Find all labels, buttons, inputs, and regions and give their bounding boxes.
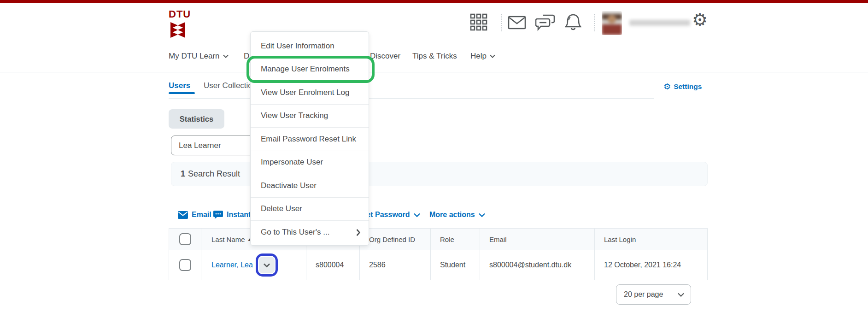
user-avatar[interactable] xyxy=(602,11,622,35)
header-role-label: Role xyxy=(440,236,454,243)
menu-item-delete-user[interactable]: Delete User xyxy=(251,198,369,221)
settings-link[interactable]: ⚙ Settings xyxy=(663,83,702,91)
user-name-link[interactable]: Learner, Lea xyxy=(211,261,253,269)
nav-item-truncated[interactable]: D xyxy=(244,52,249,61)
chat-icon[interactable] xyxy=(535,14,556,31)
menu-item-impersonate-user[interactable]: Impersonate User xyxy=(251,151,369,175)
more-actions-label: More actions xyxy=(429,211,475,219)
dtu-logo-text: DTU xyxy=(169,8,190,20)
table-row: Learner, Lea s800004 2586 Student s80000… xyxy=(169,250,707,280)
nav-label: Tips & Tricks xyxy=(412,52,457,61)
gear-icon[interactable]: ⚙ xyxy=(692,11,708,29)
header-last-login-label: Last Login xyxy=(604,236,636,243)
email-icon xyxy=(178,211,188,219)
row-last-login-cell: 12 October, 2021 16:24 xyxy=(594,250,708,280)
nav-item-help[interactable]: Help xyxy=(470,52,495,61)
select-all-checkbox[interactable] xyxy=(179,233,191,245)
per-page-select[interactable]: 20 per page xyxy=(616,284,691,305)
email-icon[interactable] xyxy=(508,16,526,29)
header-org-defined-id-label: Org Defined ID xyxy=(369,236,415,243)
nav-item-discover[interactable]: Discover xyxy=(370,52,400,61)
row-org-defined-id-cell: 2586 xyxy=(359,250,430,280)
statistics-button[interactable]: Statistics xyxy=(169,109,224,129)
header-email: Email xyxy=(480,229,594,250)
brand-top-bar xyxy=(0,0,868,3)
chevron-down-icon xyxy=(414,213,420,217)
chevron-down-icon xyxy=(678,293,684,297)
users-table: Last Name ▲ , Org Defined ID Role Email … xyxy=(169,228,708,280)
annotation-blue-ring xyxy=(256,253,278,277)
notification-bell-icon[interactable] xyxy=(565,13,581,32)
instant-message-icon xyxy=(213,211,223,219)
nav-label: Help xyxy=(470,52,487,61)
menu-item-view-user-tracking[interactable]: View User Tracking xyxy=(251,105,369,128)
chevron-down-icon xyxy=(223,54,229,58)
row-email-cell: s800004@student.dtu.dk xyxy=(480,250,594,280)
user-context-menu-button[interactable] xyxy=(259,257,275,273)
header-checkbox-cell xyxy=(169,229,201,250)
main-navbar: My DTU Learn D Discover Tips & Tricks He… xyxy=(0,41,868,72)
nav-label: My DTU Learn xyxy=(169,52,220,61)
row-username-cell: s800004 xyxy=(306,250,359,280)
tabs-divider xyxy=(169,98,654,99)
email-action-label: Email xyxy=(192,211,211,219)
chevron-down-icon xyxy=(490,54,495,58)
per-page-label: 20 per page xyxy=(624,290,663,299)
nav-label: D xyxy=(244,52,249,61)
user-avatar-photo xyxy=(602,11,622,35)
menu-item-email-password-reset-link[interactable]: Email Password Reset Link xyxy=(251,128,369,151)
settings-label: Settings xyxy=(674,83,702,91)
menu-item-go-to-this-users[interactable]: Go to This User's ... xyxy=(251,221,369,244)
search-result-label: Search Result xyxy=(188,169,240,179)
app-grid-icon[interactable] xyxy=(470,13,487,31)
header-last-login: Last Login xyxy=(594,229,708,250)
header-divider xyxy=(594,14,595,31)
header-last-name-label: Last Name xyxy=(211,236,245,243)
more-actions-link[interactable]: More actions xyxy=(429,211,485,219)
header-role: Role xyxy=(430,229,480,250)
nav-item-my-dtu-learn[interactable]: My DTU Learn xyxy=(169,52,229,61)
chevron-down-icon xyxy=(264,263,270,267)
menu-item-edit-user-information[interactable]: Edit User Information xyxy=(251,35,369,58)
chevron-down-icon xyxy=(479,213,485,217)
row-checkbox-cell xyxy=(169,250,201,280)
dtu-learn-users-page: DTU xyxy=(0,0,868,336)
chevron-right-icon xyxy=(356,229,360,236)
header-divider xyxy=(501,14,502,31)
active-tab-underline xyxy=(169,92,195,94)
header-email-label: Email xyxy=(489,236,507,243)
row-role-cell: Student xyxy=(430,250,480,280)
dtu-logo[interactable]: DTU xyxy=(169,8,190,38)
user-context-menu: Edit User Information Manage User Enrolm… xyxy=(250,31,369,246)
email-action-link[interactable]: Email xyxy=(178,211,211,219)
user-display-name-redacted xyxy=(629,20,690,26)
settings-gear-icon: ⚙ xyxy=(663,83,671,91)
row-name-cell: Learner, Lea xyxy=(201,250,306,280)
nav-label: Discover xyxy=(370,52,400,61)
menu-item-deactivate-user[interactable]: Deactivate User xyxy=(251,174,369,198)
menu-item-view-user-enrolment-log[interactable]: View User Enrolment Log xyxy=(251,81,369,105)
menu-item-label: Go to This User's ... xyxy=(261,228,329,237)
header-org-defined-id: Org Defined ID xyxy=(359,229,430,250)
nav-item-tips-and-tricks[interactable]: Tips & Tricks xyxy=(412,52,457,61)
tab-users[interactable]: Users xyxy=(169,81,190,90)
search-result-count: 1 xyxy=(181,169,185,179)
row-checkbox[interactable] xyxy=(179,259,191,271)
menu-item-manage-user-enrolments[interactable]: Manage User Enrolments xyxy=(251,58,369,82)
